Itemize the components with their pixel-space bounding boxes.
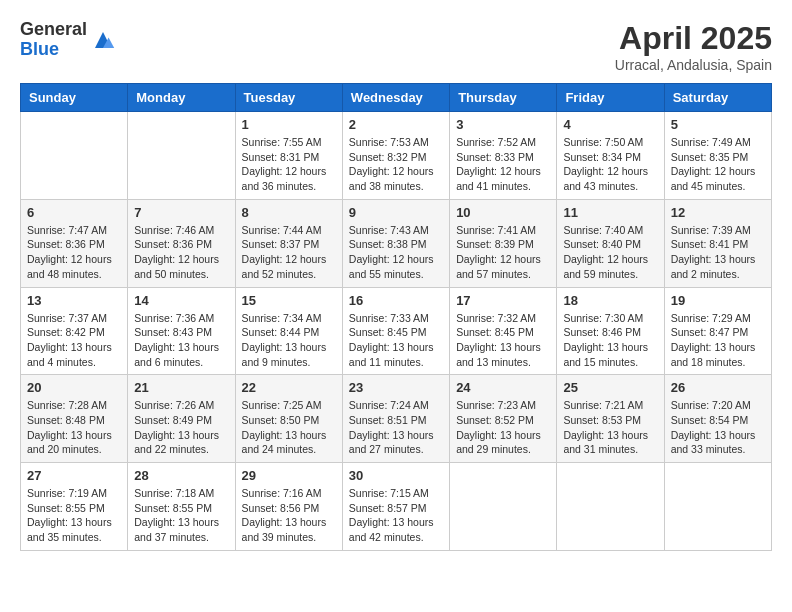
day-info: Sunrise: 7:55 AM Sunset: 8:31 PM Dayligh…	[242, 135, 336, 194]
day-number: 22	[242, 380, 336, 395]
day-number: 17	[456, 293, 550, 308]
day-info: Sunrise: 7:33 AM Sunset: 8:45 PM Dayligh…	[349, 311, 443, 370]
calendar-cell: 26Sunrise: 7:20 AM Sunset: 8:54 PM Dayli…	[664, 375, 771, 463]
calendar-cell: 21Sunrise: 7:26 AM Sunset: 8:49 PM Dayli…	[128, 375, 235, 463]
day-number: 13	[27, 293, 121, 308]
day-info: Sunrise: 7:25 AM Sunset: 8:50 PM Dayligh…	[242, 398, 336, 457]
calendar-cell: 6Sunrise: 7:47 AM Sunset: 8:36 PM Daylig…	[21, 199, 128, 287]
day-info: Sunrise: 7:43 AM Sunset: 8:38 PM Dayligh…	[349, 223, 443, 282]
day-number: 3	[456, 117, 550, 132]
day-info: Sunrise: 7:21 AM Sunset: 8:53 PM Dayligh…	[563, 398, 657, 457]
calendar-week-5: 27Sunrise: 7:19 AM Sunset: 8:55 PM Dayli…	[21, 463, 772, 551]
location: Urracal, Andalusia, Spain	[615, 57, 772, 73]
day-number: 19	[671, 293, 765, 308]
weekday-header-monday: Monday	[128, 84, 235, 112]
day-number: 25	[563, 380, 657, 395]
day-number: 8	[242, 205, 336, 220]
calendar-cell: 4Sunrise: 7:50 AM Sunset: 8:34 PM Daylig…	[557, 112, 664, 200]
calendar-cell: 11Sunrise: 7:40 AM Sunset: 8:40 PM Dayli…	[557, 199, 664, 287]
day-info: Sunrise: 7:16 AM Sunset: 8:56 PM Dayligh…	[242, 486, 336, 545]
day-number: 7	[134, 205, 228, 220]
weekday-header-wednesday: Wednesday	[342, 84, 449, 112]
calendar-cell: 19Sunrise: 7:29 AM Sunset: 8:47 PM Dayli…	[664, 287, 771, 375]
day-info: Sunrise: 7:53 AM Sunset: 8:32 PM Dayligh…	[349, 135, 443, 194]
calendar-cell: 22Sunrise: 7:25 AM Sunset: 8:50 PM Dayli…	[235, 375, 342, 463]
logo-general: General	[20, 20, 87, 40]
weekday-header-saturday: Saturday	[664, 84, 771, 112]
calendar-week-3: 13Sunrise: 7:37 AM Sunset: 8:42 PM Dayli…	[21, 287, 772, 375]
day-number: 28	[134, 468, 228, 483]
day-info: Sunrise: 7:24 AM Sunset: 8:51 PM Dayligh…	[349, 398, 443, 457]
calendar-cell: 3Sunrise: 7:52 AM Sunset: 8:33 PM Daylig…	[450, 112, 557, 200]
day-number: 16	[349, 293, 443, 308]
day-info: Sunrise: 7:32 AM Sunset: 8:45 PM Dayligh…	[456, 311, 550, 370]
day-info: Sunrise: 7:34 AM Sunset: 8:44 PM Dayligh…	[242, 311, 336, 370]
page-header: General Blue April 2025 Urracal, Andalus…	[20, 20, 772, 73]
calendar-cell: 30Sunrise: 7:15 AM Sunset: 8:57 PM Dayli…	[342, 463, 449, 551]
day-number: 15	[242, 293, 336, 308]
day-info: Sunrise: 7:47 AM Sunset: 8:36 PM Dayligh…	[27, 223, 121, 282]
calendar-cell: 12Sunrise: 7:39 AM Sunset: 8:41 PM Dayli…	[664, 199, 771, 287]
day-number: 29	[242, 468, 336, 483]
day-info: Sunrise: 7:40 AM Sunset: 8:40 PM Dayligh…	[563, 223, 657, 282]
day-number: 27	[27, 468, 121, 483]
day-number: 23	[349, 380, 443, 395]
day-info: Sunrise: 7:39 AM Sunset: 8:41 PM Dayligh…	[671, 223, 765, 282]
day-info: Sunrise: 7:52 AM Sunset: 8:33 PM Dayligh…	[456, 135, 550, 194]
day-number: 11	[563, 205, 657, 220]
day-number: 2	[349, 117, 443, 132]
calendar-cell: 14Sunrise: 7:36 AM Sunset: 8:43 PM Dayli…	[128, 287, 235, 375]
calendar-cell	[450, 463, 557, 551]
calendar-cell	[557, 463, 664, 551]
title-section: April 2025 Urracal, Andalusia, Spain	[615, 20, 772, 73]
logo: General Blue	[20, 20, 115, 60]
month-title: April 2025	[615, 20, 772, 57]
day-info: Sunrise: 7:18 AM Sunset: 8:55 PM Dayligh…	[134, 486, 228, 545]
day-info: Sunrise: 7:28 AM Sunset: 8:48 PM Dayligh…	[27, 398, 121, 457]
day-info: Sunrise: 7:26 AM Sunset: 8:49 PM Dayligh…	[134, 398, 228, 457]
day-number: 4	[563, 117, 657, 132]
day-info: Sunrise: 7:29 AM Sunset: 8:47 PM Dayligh…	[671, 311, 765, 370]
calendar-week-1: 1Sunrise: 7:55 AM Sunset: 8:31 PM Daylig…	[21, 112, 772, 200]
calendar-cell: 5Sunrise: 7:49 AM Sunset: 8:35 PM Daylig…	[664, 112, 771, 200]
calendar-cell: 2Sunrise: 7:53 AM Sunset: 8:32 PM Daylig…	[342, 112, 449, 200]
calendar-cell: 28Sunrise: 7:18 AM Sunset: 8:55 PM Dayli…	[128, 463, 235, 551]
day-info: Sunrise: 7:20 AM Sunset: 8:54 PM Dayligh…	[671, 398, 765, 457]
calendar-cell: 13Sunrise: 7:37 AM Sunset: 8:42 PM Dayli…	[21, 287, 128, 375]
day-number: 26	[671, 380, 765, 395]
calendar-cell: 24Sunrise: 7:23 AM Sunset: 8:52 PM Dayli…	[450, 375, 557, 463]
calendar-cell: 23Sunrise: 7:24 AM Sunset: 8:51 PM Dayli…	[342, 375, 449, 463]
day-number: 21	[134, 380, 228, 395]
day-info: Sunrise: 7:37 AM Sunset: 8:42 PM Dayligh…	[27, 311, 121, 370]
calendar-header-row: SundayMondayTuesdayWednesdayThursdayFrid…	[21, 84, 772, 112]
day-number: 9	[349, 205, 443, 220]
calendar-cell	[664, 463, 771, 551]
calendar-cell: 1Sunrise: 7:55 AM Sunset: 8:31 PM Daylig…	[235, 112, 342, 200]
calendar-cell: 15Sunrise: 7:34 AM Sunset: 8:44 PM Dayli…	[235, 287, 342, 375]
calendar-cell	[21, 112, 128, 200]
day-number: 12	[671, 205, 765, 220]
calendar-cell: 16Sunrise: 7:33 AM Sunset: 8:45 PM Dayli…	[342, 287, 449, 375]
weekday-header-tuesday: Tuesday	[235, 84, 342, 112]
weekday-header-sunday: Sunday	[21, 84, 128, 112]
day-number: 10	[456, 205, 550, 220]
day-info: Sunrise: 7:50 AM Sunset: 8:34 PM Dayligh…	[563, 135, 657, 194]
day-number: 18	[563, 293, 657, 308]
calendar-table: SundayMondayTuesdayWednesdayThursdayFrid…	[20, 83, 772, 551]
weekday-header-friday: Friday	[557, 84, 664, 112]
calendar-cell	[128, 112, 235, 200]
day-info: Sunrise: 7:46 AM Sunset: 8:36 PM Dayligh…	[134, 223, 228, 282]
day-info: Sunrise: 7:30 AM Sunset: 8:46 PM Dayligh…	[563, 311, 657, 370]
day-number: 5	[671, 117, 765, 132]
day-number: 24	[456, 380, 550, 395]
calendar-cell: 20Sunrise: 7:28 AM Sunset: 8:48 PM Dayli…	[21, 375, 128, 463]
calendar-cell: 8Sunrise: 7:44 AM Sunset: 8:37 PM Daylig…	[235, 199, 342, 287]
calendar-cell: 27Sunrise: 7:19 AM Sunset: 8:55 PM Dayli…	[21, 463, 128, 551]
day-number: 20	[27, 380, 121, 395]
calendar-cell: 29Sunrise: 7:16 AM Sunset: 8:56 PM Dayli…	[235, 463, 342, 551]
day-info: Sunrise: 7:19 AM Sunset: 8:55 PM Dayligh…	[27, 486, 121, 545]
day-info: Sunrise: 7:36 AM Sunset: 8:43 PM Dayligh…	[134, 311, 228, 370]
day-info: Sunrise: 7:44 AM Sunset: 8:37 PM Dayligh…	[242, 223, 336, 282]
calendar-cell: 7Sunrise: 7:46 AM Sunset: 8:36 PM Daylig…	[128, 199, 235, 287]
day-info: Sunrise: 7:49 AM Sunset: 8:35 PM Dayligh…	[671, 135, 765, 194]
